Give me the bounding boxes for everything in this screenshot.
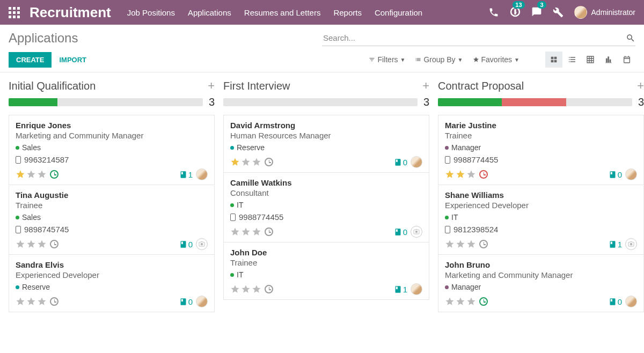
card-name: John Doe (230, 248, 422, 257)
user-menu[interactable]: Administrator (574, 6, 635, 19)
attachment-count[interactable]: 0 (394, 158, 407, 167)
attachment-count[interactable]: 0 (179, 297, 193, 306)
user-avatar-icon (574, 6, 587, 19)
attachment-count[interactable]: 0 (179, 240, 193, 249)
nav-links: Job Positions Applications Resumes and L… (127, 8, 422, 17)
activity-clock-icon[interactable] (479, 240, 488, 248)
column-cards: David Armstrong Human Resources Manager … (223, 115, 429, 300)
attachment-count[interactable]: 0 (394, 227, 407, 237)
pivot-view-button[interactable] (582, 52, 599, 68)
column-add-icon[interactable]: + (208, 79, 215, 93)
activity-clock-icon[interactable] (50, 297, 58, 306)
filters-menu[interactable]: Filters▼ (369, 55, 405, 64)
phone-icon[interactable] (488, 7, 499, 18)
card-phone: 9963214587 (16, 155, 208, 164)
attachment-count[interactable]: 0 (609, 297, 622, 306)
assignee-avatar-icon[interactable] (411, 156, 422, 168)
column-progressbar[interactable] (223, 98, 418, 106)
column-title[interactable]: First Interview (223, 80, 290, 92)
column-add-icon[interactable]: + (637, 79, 644, 93)
mobile-icon (445, 226, 450, 233)
activity-icon[interactable]: 13 (510, 6, 521, 19)
kanban-card[interactable]: Camille Watkins Consultant IT 9988774455… (224, 173, 429, 242)
kanban-view-button[interactable] (545, 52, 562, 68)
assignee-avatar-icon[interactable] (625, 168, 637, 180)
column-count: 3 (636, 96, 644, 108)
tag-dot-icon (445, 146, 449, 150)
tag-dot-icon (16, 146, 19, 150)
groupby-menu[interactable]: Group By▼ (415, 55, 463, 64)
calendar-view-button[interactable] (618, 52, 635, 68)
kanban-card[interactable]: Tina Augustie Trainee Sales 9898745745 0 (9, 185, 214, 255)
activity-clock-icon[interactable] (50, 170, 58, 179)
activity-badge: 13 (513, 1, 524, 9)
activity-clock-icon[interactable] (265, 285, 273, 293)
activity-clock-icon[interactable] (265, 227, 273, 236)
priority-stars[interactable] (16, 170, 58, 179)
graph-view-button[interactable] (600, 52, 617, 68)
assignee-avatar-icon[interactable] (196, 296, 208, 307)
column-add-icon[interactable]: + (422, 79, 429, 93)
kanban-card[interactable]: Sandra Elvis Experienced Developer Reser… (9, 255, 214, 312)
messaging-icon[interactable]: 3 (531, 6, 542, 19)
kanban-card[interactable]: Shane Williams Experienced Developer IT … (438, 185, 643, 255)
priority-stars[interactable] (230, 157, 273, 167)
priority-stars[interactable] (16, 239, 58, 249)
card-job-title: Consultant (230, 188, 422, 197)
attachment-count[interactable]: 0 (609, 170, 622, 179)
apps-icon[interactable] (9, 7, 20, 18)
priority-stars[interactable] (445, 239, 488, 249)
nav-link-reports[interactable]: Reports (333, 8, 362, 17)
attachment-count[interactable]: 1 (609, 240, 622, 249)
column-progressbar[interactable] (9, 98, 203, 106)
search-bar (322, 30, 635, 46)
kanban-card[interactable]: David Armstrong Human Resources Manager … (224, 115, 429, 173)
nav-link-applications[interactable]: Applications (188, 8, 231, 17)
search-input[interactable] (322, 30, 626, 46)
search-icon[interactable] (626, 33, 635, 43)
kanban-column: Contract Proposal + 3 Marie Justine Trai… (438, 79, 644, 312)
mobile-icon (16, 226, 21, 233)
tools-icon[interactable] (553, 7, 564, 18)
attachment-count[interactable]: 1 (179, 170, 193, 179)
priority-stars[interactable] (16, 297, 58, 306)
activity-clock-icon[interactable] (265, 158, 273, 166)
card-phone: 9898745745 (16, 225, 208, 234)
kanban-card[interactable]: Enrique Jones Marketing and Community Ma… (9, 115, 214, 185)
assignee-avatar-blank-icon[interactable] (625, 238, 637, 250)
card-name: Camille Watkins (230, 178, 422, 187)
list-view-button[interactable] (564, 52, 581, 68)
kanban-card[interactable]: John Bruno Marketing and Community Manag… (438, 255, 643, 312)
activity-clock-icon[interactable] (50, 240, 58, 248)
kanban-card[interactable]: Marie Justine Trainee Manager 9988774455… (438, 115, 643, 185)
assignee-avatar-blank-icon[interactable] (411, 226, 422, 238)
nav-link-job-positions[interactable]: Job Positions (127, 8, 175, 17)
assignee-avatar-icon[interactable] (196, 168, 208, 180)
card-job-title: Trainee (230, 258, 422, 267)
card-tag: Manager (445, 283, 637, 291)
priority-stars[interactable] (230, 284, 273, 294)
priority-stars[interactable] (230, 227, 273, 237)
create-button[interactable]: CREATE (9, 52, 52, 68)
assignee-avatar-icon[interactable] (625, 296, 637, 307)
column-title[interactable]: Contract Proposal (438, 80, 524, 92)
priority-stars[interactable] (445, 297, 488, 306)
mobile-icon (445, 156, 450, 164)
priority-stars[interactable] (445, 170, 488, 179)
import-button[interactable]: IMPORT (59, 56, 86, 64)
column-progressbar[interactable] (438, 98, 632, 106)
assignee-avatar-icon[interactable] (411, 283, 422, 295)
assignee-avatar-blank-icon[interactable] (196, 238, 208, 250)
kanban-card[interactable]: John Doe Trainee IT 1 (224, 242, 429, 299)
attachment-count[interactable]: 1 (394, 285, 407, 294)
nav-link-configuration[interactable]: Configuration (375, 8, 422, 17)
activity-clock-icon[interactable] (479, 297, 488, 306)
column-title[interactable]: Initial Qualification (9, 80, 96, 92)
activity-clock-icon[interactable] (479, 170, 488, 179)
user-name: Administrator (591, 8, 635, 17)
favorites-menu[interactable]: Favorites▼ (473, 55, 519, 64)
card-job-title: Trainee (445, 131, 637, 140)
brand-title[interactable]: Recruitment (30, 4, 111, 21)
nav-link-resumes[interactable]: Resumes and Letters (244, 8, 321, 17)
column-cards: Marie Justine Trainee Manager 9988774455… (438, 115, 644, 312)
